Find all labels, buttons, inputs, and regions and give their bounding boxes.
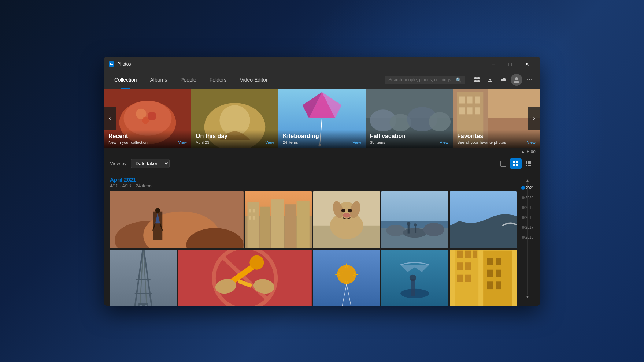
carousel-item-overlay-recent: Recent New in your collection View (104, 130, 191, 148)
import-button[interactable] (484, 74, 496, 86)
photo-city[interactable] (245, 191, 312, 248)
app-window: Photos ─ □ ✕ Collection Albums People Fo… (104, 57, 540, 306)
carousel-item-recent[interactable]: Recent New in your collection View (104, 89, 191, 148)
svg-rect-124 (487, 258, 493, 265)
carousel-item-overlay-kiteboarding: Kiteboarding 24 items View (278, 130, 366, 148)
view-mode-large-button[interactable] (497, 158, 509, 169)
photo-building[interactable] (450, 250, 517, 306)
carousel-item-view-fall[interactable]: View (440, 140, 448, 145)
svg-rect-34 (467, 96, 472, 103)
photo-kite[interactable] (313, 250, 380, 306)
timeline-dot-2021 (521, 186, 525, 190)
hide-button[interactable]: ▲ Hide (521, 149, 536, 154)
carousel-prev-button[interactable]: ‹ (104, 107, 116, 130)
tab-albums[interactable]: Albums (144, 71, 173, 89)
svg-rect-94 (138, 303, 148, 305)
view-mode-dense-button[interactable] (522, 158, 534, 169)
view-by-select[interactable]: Date taken Date added Name (131, 159, 170, 168)
window-title: Photos (117, 61, 485, 67)
tab-people[interactable]: People (174, 71, 202, 89)
timeline-scroll-down[interactable]: ▼ (525, 295, 530, 300)
photo-dog[interactable] (313, 191, 380, 248)
close-button[interactable]: ✕ (519, 58, 536, 70)
photo-coast[interactable] (381, 191, 448, 248)
more-options-button[interactable]: ··· (524, 74, 536, 86)
svg-rect-43 (516, 164, 518, 166)
maximize-button[interactable]: □ (502, 58, 519, 70)
carousel-item-sub-fall: 38 items View (370, 140, 448, 145)
svg-rect-126 (487, 269, 493, 277)
search-input[interactable] (388, 77, 453, 82)
timeline-dot-2018 (522, 216, 525, 219)
carousel-item-overlay-favorites: Favorites See all your favorite photos V… (453, 130, 540, 148)
date-group-label: April 2021 (110, 176, 517, 183)
svg-point-84 (423, 223, 444, 236)
timeline-year-2016[interactable]: 2016 (522, 232, 533, 242)
timeline-year-2019[interactable]: 2019 (522, 203, 533, 213)
svg-rect-128 (487, 281, 493, 289)
svg-rect-41 (516, 161, 518, 163)
svg-point-58 (155, 208, 160, 213)
carousel-item-kiteboarding[interactable]: Kiteboarding 24 items View (278, 89, 366, 148)
svg-rect-121 (465, 262, 471, 270)
carousel-item-favorites[interactable]: Favorites See all your favorite photos V… (453, 89, 540, 148)
date-group-sub: 4/10 - 4/18 24 items (110, 183, 517, 189)
photo-cliff[interactable] (450, 191, 517, 248)
svg-rect-95 (140, 305, 142, 306)
svg-rect-96 (145, 305, 147, 306)
svg-point-78 (343, 213, 351, 217)
carousel-item-sub-recent: New in your collection View (108, 140, 187, 145)
timeline-year-2021[interactable]: 2021 (521, 183, 534, 193)
view-by-label: View by: (110, 161, 128, 166)
timeline-scroll-up[interactable]: ▲ (525, 178, 530, 183)
photo-tools[interactable] (178, 250, 312, 306)
carousel-item-thisday[interactable]: On this day April 23 View (191, 89, 278, 148)
tab-collection[interactable]: Collection (108, 71, 143, 89)
carousel-section: ‹ Recent (104, 89, 540, 148)
tab-video-editor[interactable]: Video Editor (234, 71, 273, 89)
svg-point-86 (407, 222, 410, 225)
carousel-item-view-kiteboarding[interactable]: View (352, 140, 361, 145)
carousel-item-overlay-fall: Fall vacation 38 items View (366, 130, 453, 148)
photo-grid (110, 191, 517, 306)
tab-folders[interactable]: Folders (204, 71, 233, 89)
photo-eiffel[interactable] (110, 250, 177, 306)
timeline-year-2020[interactable]: 2020 (522, 193, 533, 203)
view-toggle-button[interactable] (471, 74, 483, 86)
svg-rect-0 (109, 61, 114, 67)
timeline-year-2017[interactable]: 2017 (522, 223, 533, 232)
onedrive-button[interactable] (497, 74, 509, 86)
svg-rect-65 (296, 201, 309, 248)
svg-rect-91 (110, 250, 177, 306)
carousel-item-overlay-thisday: On this day April 23 View (191, 130, 278, 148)
svg-rect-68 (249, 216, 251, 219)
hide-row: ▲ Hide (104, 148, 540, 156)
carousel-item-fall[interactable]: Fall vacation 38 items View (366, 89, 453, 148)
account-button[interactable] (511, 74, 522, 86)
carousel-items: Recent New in your collection View (104, 89, 540, 148)
svg-rect-123 (465, 274, 471, 282)
carousel-next-button[interactable]: › (528, 107, 540, 130)
svg-rect-48 (528, 163, 529, 164)
svg-rect-39 (501, 161, 506, 166)
content-area: ‹ Recent (104, 89, 540, 306)
carousel-item-sub-favorites: See all your favorite photos View (457, 140, 536, 145)
photo-rocks[interactable] (110, 191, 244, 248)
svg-rect-52 (529, 165, 531, 166)
svg-rect-63 (271, 199, 284, 248)
photo-row (110, 250, 517, 306)
view-mode-grid-button[interactable] (510, 158, 522, 169)
minimize-button[interactable]: ─ (485, 58, 502, 70)
grid-area: April 2021 4/10 - 4/18 24 items (104, 172, 540, 306)
carousel-item-view-thisday[interactable]: View (265, 140, 274, 145)
view-mode-buttons (497, 158, 534, 169)
app-icon (108, 61, 114, 67)
timeline-year-2018[interactable]: 2018 (522, 213, 533, 223)
photo-water[interactable] (381, 250, 448, 306)
carousel-item-sub-thisday: April 23 View (196, 140, 274, 145)
svg-point-11 (148, 112, 156, 120)
svg-point-76 (341, 208, 345, 212)
carousel-item-view-favorites[interactable]: View (527, 140, 536, 145)
carousel-item-view-recent[interactable]: View (178, 140, 187, 145)
svg-rect-61 (247, 202, 259, 248)
